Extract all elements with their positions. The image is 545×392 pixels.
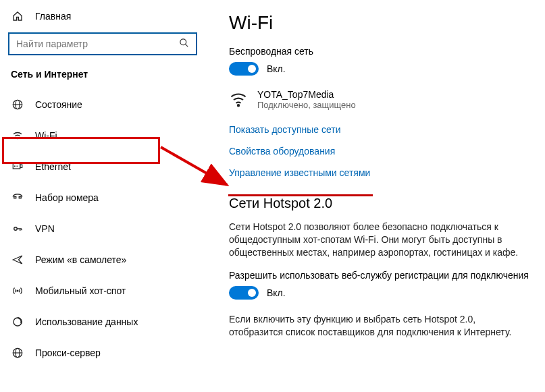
sidebar-item-hotspot[interactable]: Мобильный хот-спот [0,275,205,306]
svg-rect-11 [14,197,16,198]
hotspot-icon [11,285,24,297]
svg-point-19 [238,105,239,106]
dialup-icon [11,192,24,204]
hotspot-toggle-state: Вкл. [267,287,286,298]
sidebar-item-dialup[interactable]: Набор номера [0,182,205,213]
svg-point-5 [17,138,18,139]
search-input-container[interactable] [8,32,197,55]
wireless-label: Беспроводная сеть [229,46,531,57]
hotspot-toggle[interactable] [229,286,259,300]
network-status: Подключено, защищено [257,100,356,110]
home-link[interactable]: Главная [0,7,205,30]
home-label: Главная [35,11,71,22]
sidebar-item-vpn[interactable]: VPN [0,213,205,244]
ethernet-icon [11,161,24,173]
sidebar-item-proxy[interactable]: Прокси-сервер [0,337,205,368]
proxy-icon [11,347,24,359]
hotspot-desc: Сети Hotspot 2.0 позволяют более безопас… [229,221,526,259]
hotspot-allow-label: Разрешить использовать веб-службу регист… [229,270,531,281]
link-hardware-props[interactable]: Свойства оборудования [229,146,531,157]
vpn-icon [11,223,24,235]
link-show-available[interactable]: Показать доступные сети [229,124,531,135]
home-icon [11,11,24,22]
svg-rect-7 [20,165,22,168]
section-title: Сеть и Интернет [0,65,205,89]
sidebar-item-label: Состояние [35,99,82,110]
sidebar: Главная Сеть и Интернет Состояние Wi-Fi [0,0,206,392]
globe-icon [11,99,24,111]
wifi-toggle[interactable] [229,62,259,76]
svg-line-1 [185,44,188,47]
sidebar-item-airplane[interactable]: Режим «в самолете» [0,244,205,275]
svg-point-0 [180,39,186,45]
sidebar-item-label: Прокси-сервер [35,347,101,358]
svg-point-13 [14,227,18,231]
wifi-icon [11,130,24,142]
airplane-icon [11,254,24,266]
svg-rect-6 [13,164,20,169]
network-name: YOTA_Top7Media [257,89,356,100]
sidebar-item-label: Режим «в самолете» [35,254,126,265]
sidebar-item-label: Набор номера [35,192,99,203]
sidebar-item-label: Wi-Fi [35,130,57,141]
hotspot-note: Если включить эту функцию и выбрать сеть… [229,313,526,339]
search-icon [179,38,189,50]
current-network[interactable]: YOTA_Top7Media Подключено, защищено [229,89,531,113]
hotspot-heading: Сети Hotspot 2.0 [229,196,531,211]
sidebar-item-datausage[interactable]: Использование данных [0,306,205,337]
page-title: Wi-Fi [229,12,531,34]
sidebar-item-status[interactable]: Состояние [0,89,205,120]
sidebar-item-wifi[interactable]: Wi-Fi [0,120,205,151]
sidebar-item-label: Ethernet [35,161,71,172]
svg-point-14 [17,290,18,291]
main-content: Wi-Fi Беспроводная сеть Вкл. YOTA_Top7Me… [206,0,545,392]
data-usage-icon [11,316,24,328]
wifi-toggle-state: Вкл. [267,63,286,74]
sidebar-item-label: Мобильный хот-спот [35,285,126,296]
sidebar-item-label: Использование данных [35,316,138,327]
link-manage-known[interactable]: Управление известными сетями [229,167,531,178]
search-input[interactable] [16,38,179,49]
svg-rect-12 [19,197,21,198]
wifi-secure-icon [229,90,248,113]
sidebar-item-label: VPN [35,223,55,234]
sidebar-item-ethernet[interactable]: Ethernet [0,151,205,182]
